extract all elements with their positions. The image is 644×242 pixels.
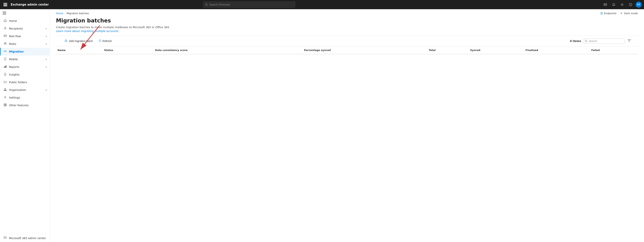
sidebar-item-reports[interactable]: Reports ∨ [0,63,50,71]
page-header: Migration batches Create migration batch… [50,16,644,36]
endpoints-icon [600,12,603,15]
content-wrapper: Home › Migration batches Endpoints Dark … [50,9,644,54]
other-features-icon [3,103,7,107]
table-search-input[interactable] [588,40,623,42]
svg-rect-2 [6,3,7,4]
sidebar-item-settings[interactable]: Settings [0,94,50,102]
svg-point-38 [5,97,6,98]
chevron-down-icon: ∨ [46,58,47,60]
breadcrumb: Home › Migration batches [56,12,89,15]
table-search-box[interactable] [583,38,625,44]
sidebar-item-home[interactable]: Home [0,17,50,25]
sidebar-item-label: Insights [9,73,47,76]
learn-more-anchor[interactable]: Learn more about migrating multiple acco… [56,30,118,32]
sidebar-divider [3,233,47,233]
topbar-right-actions: ? ST [602,1,642,8]
filter-icon [628,39,631,42]
svg-rect-42 [5,105,6,106]
svg-rect-5 [6,4,7,5]
sidebar-item-organization[interactable]: Organization ∨ [0,86,50,94]
main-layout: Home Recipients ∨ Mail flow ∨ Roles ∨ [0,9,644,242]
add-migration-batch-label: Add migration batch [69,40,93,42]
app-title: Exchange admin center [11,3,49,6]
svg-rect-15 [3,12,6,12]
svg-point-23 [5,60,5,60]
sidebar-collapse-button[interactable] [0,9,50,17]
col-total[interactable]: Total [427,46,469,54]
sidebar-item-roles[interactable]: Roles ∨ [0,40,50,48]
settings-icon-button[interactable] [619,1,626,8]
svg-rect-19 [4,35,6,37]
svg-rect-3 [4,4,4,5]
sidebar-item-mail-flow[interactable]: Mail flow ∨ [0,32,50,40]
sidebar-item-label: Organization [9,88,44,92]
svg-rect-8 [6,5,7,6]
migration-icon [3,50,7,54]
mail-icon-button[interactable] [602,1,609,8]
dark-mode-button[interactable]: Dark mode [620,12,638,15]
page-title: Migration batches [56,18,638,24]
sidebar-item-mobile[interactable]: Mobile ∨ [0,56,50,63]
dark-mode-label: Dark mode [624,12,638,15]
public-folders-icon [3,80,7,84]
user-avatar[interactable]: ST [636,2,642,8]
sidebar-item-label: Settings [9,96,47,99]
sidebar-item-label: Reports [9,66,44,68]
sidebar-item-recipients[interactable]: Recipients ∨ [0,25,50,32]
toolbar: Add migration batch Refresh 0 items [56,36,638,46]
content-area: Home › Migration batches Endpoints Dark … [50,9,644,242]
col-synced[interactable]: Synced [469,46,524,54]
sidebar-item-label: Roles [9,42,44,46]
svg-rect-45 [5,238,5,238]
help-icon-button[interactable]: ? [627,1,634,8]
chevron-down-icon: ∨ [46,28,47,30]
svg-line-52 [587,42,588,42]
sidebar-item-public-folders[interactable]: Public folders [0,78,50,86]
svg-rect-29 [5,88,6,89]
col-percentage-synced[interactable]: Percentage synced [302,46,427,54]
filter-button[interactable] [627,38,632,44]
reports-icon [3,65,7,69]
svg-rect-17 [3,14,6,14]
col-status[interactable]: Status [102,46,154,54]
global-search[interactable] [203,2,295,8]
migration-batches-table: Name Status Data consistency score Perce… [56,46,638,54]
sidebar-item-migration[interactable]: Migration [0,48,50,56]
refresh-button[interactable]: Refresh [96,38,114,44]
col-name[interactable]: Name [56,46,102,54]
add-migration-batch-button[interactable]: Add migration batch [62,38,95,44]
svg-rect-16 [3,13,6,13]
insights-icon [3,73,7,76]
home-icon [3,19,7,23]
col-data-consistency-score[interactable]: Data consistency score [154,46,302,54]
svg-point-21 [5,42,6,44]
endpoints-label: Endpoints [604,12,616,15]
table-search-icon [585,40,588,42]
chevron-down-icon: ∨ [46,89,47,91]
table-header-row: Name Status Data consistency score Perce… [56,46,638,54]
sidebar-bottom: Microsoft 365 admin center [0,232,50,242]
page-learn-more-link[interactable]: Learn more about migrating multiple acco… [56,30,638,32]
page-description: Create migration batches to move multipl… [56,26,638,29]
sidebar-item-label: Recipients [9,27,44,30]
sidebar-item-m365-admin[interactable]: Microsoft 365 admin center [0,234,50,242]
sidebar-item-label: Migration [9,50,47,53]
global-search-input[interactable] [210,3,293,6]
svg-rect-11 [604,4,606,6]
refresh-label: Refresh [102,40,112,42]
svg-rect-44 [4,238,5,238]
waffle-menu-button[interactable] [2,2,8,8]
sidebar-item-label: Public folders [9,81,47,84]
mail-flow-icon [3,34,7,38]
sidebar-item-other-features[interactable]: Other features [0,102,50,109]
endpoints-button[interactable]: Endpoints [600,12,616,15]
svg-rect-6 [4,5,4,6]
sidebar-item-insights[interactable]: Insights [0,71,50,78]
svg-rect-1 [5,3,6,4]
col-finalized[interactable]: Finalized [524,46,590,54]
breadcrumb-home-link[interactable]: Home [56,12,63,15]
col-failed[interactable]: Failed [590,46,638,54]
toolbar-right: 0 items [570,38,632,44]
breadcrumb-actions: Endpoints Dark mode [600,12,638,15]
bell-icon-button[interactable] [610,1,617,8]
